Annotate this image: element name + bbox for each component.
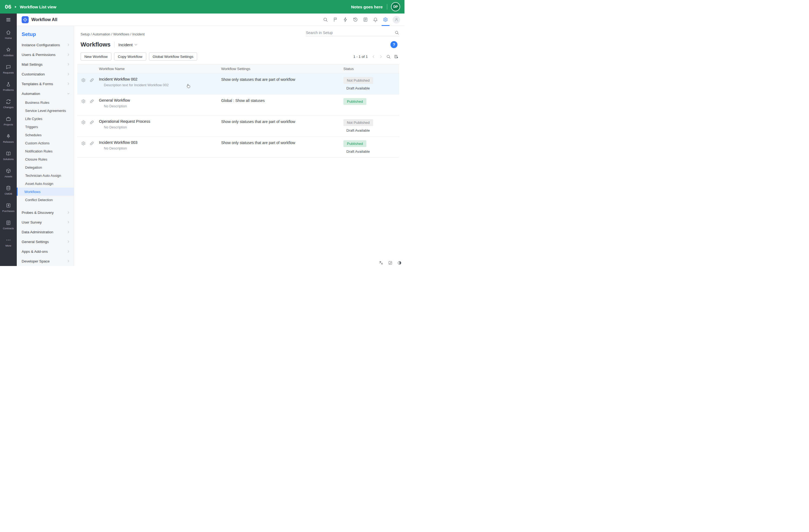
column-settings-icon[interactable] [394,54,398,59]
sidebar-item-automation[interactable]: Automation [17,89,74,98]
app-title: Workflow All [31,17,57,22]
breadcrumb[interactable]: Setup / Automation / Workflows / Inciden… [78,32,145,36]
rail-item-cmdb[interactable]: CMDB [0,182,17,199]
row-settings-gear-icon[interactable] [81,120,86,125]
rail-item-projects[interactable]: Projects [0,113,17,130]
row-link-icon[interactable] [89,141,94,146]
user-avatar[interactable]: DP [392,3,400,11]
notifications-button[interactable] [371,14,380,26]
feedback-note-icon [363,17,368,22]
sidebar-item-developer-space[interactable]: Developer Space [17,256,74,266]
rail-item-changes[interactable]: Changes [0,95,17,113]
workflow-name[interactable]: Incident Workflow 003 [99,140,221,144]
workflow-name-cell: Incident Workflow 003No Description [99,140,221,154]
sidebar-item-mail-settings[interactable]: Mail Settings [17,59,74,69]
rail-item-purchases[interactable]: Purchases [0,199,17,216]
sidebar-item-instance-configurations[interactable]: Instance Configurations [17,40,74,50]
rail-item-problems[interactable]: Problems [0,78,17,95]
quick-actions-button[interactable] [340,14,350,26]
header-search-button[interactable] [321,14,330,26]
workflow-settings-text: Show only statuses that are part of work… [221,77,343,91]
theme-toggle-icon[interactable] [397,261,402,265]
row-settings-gear-icon[interactable] [81,99,86,104]
language-icon[interactable] [379,261,383,265]
setup-search-field[interactable] [306,30,399,36]
workflows-table: Workflow NameWorkflow SettingsStatus Inc… [78,64,399,158]
rail-item-releases[interactable]: Releases [0,130,17,147]
help-button[interactable]: ? [391,41,397,48]
row-actions [78,98,99,112]
new-workflow-button[interactable]: New Workflow [81,52,111,61]
sidebar-item-customization[interactable]: Customization [17,69,74,79]
top-green-bar: 06 Workflow List view Notes goes here DP [0,0,404,14]
row-settings-gear-icon[interactable] [81,141,86,146]
sidebar-item-label: Instance Configurations [22,43,60,47]
row-link-icon[interactable] [89,120,94,125]
sidebar-item-delegation[interactable]: Delegation [17,163,74,171]
prev-page-button[interactable] [372,55,376,59]
setup-search-input[interactable] [306,31,395,35]
rail-item-more[interactable]: More [0,234,17,251]
row-link-icon[interactable] [89,99,94,104]
rail-item-contracts[interactable]: Contracts [0,216,17,234]
module-filter-dropdown[interactable]: Incident [118,42,138,47]
sidebar-item-general-settings[interactable]: General Settings [17,237,74,246]
chevron-right-icon [67,221,70,224]
feedback-note-button[interactable] [360,14,371,26]
setup-sidebar: Setup Instance ConfigurationsUsers & Per… [17,26,74,266]
search-icon[interactable] [395,30,399,35]
sidebar-item-users-permissions[interactable]: Users & Permissions [17,50,74,59]
table-search-icon[interactable] [386,54,391,59]
copy-workflow-button[interactable]: Copy Workflow [114,52,146,61]
next-page-button[interactable] [379,55,383,59]
sidebar-item-conflict-detection[interactable]: Conflict Detection [17,196,74,204]
rail-item-activities[interactable]: Activities [0,43,17,61]
table-row[interactable]: Incident Workflow 002Description text fo… [78,73,399,95]
rail-item-home[interactable]: Home [0,26,17,43]
notifications-icon [373,17,378,22]
rail-item-label: Releases [3,140,14,143]
feedback-compose-icon[interactable] [388,261,393,265]
row-actions [78,119,99,133]
table-row[interactable]: Operational Request ProcessNo Descriptio… [78,116,399,137]
rail-item-requests[interactable]: Requests [0,61,17,78]
global-workflow-settings-button[interactable]: Global Workflow Settings [149,52,197,61]
history-button[interactable] [350,14,360,26]
profile-avatar[interactable] [393,16,400,23]
announcements-button[interactable] [330,14,340,26]
sidebar-item-closure-rules[interactable]: Closure Rules [17,155,74,163]
settings-gear-button[interactable] [380,14,391,26]
sidebar-item-schedules[interactable]: Schedules [17,131,74,139]
app-logo-icon [22,16,29,23]
more-icon [6,237,11,243]
row-link-icon[interactable] [89,78,94,83]
sidebar-item-workflows[interactable]: Workflows [17,188,74,196]
sidebar-item-business-rules[interactable]: Business Rules [17,98,74,106]
status-badge: Published [343,98,366,105]
workflow-name[interactable]: Operational Request Process [99,119,221,123]
rail-item-solutions[interactable]: Solutions [0,147,17,164]
sidebar-item-asset-auto-assign[interactable]: Asset Auto Assign [17,179,74,188]
table-row[interactable]: General WorkflowNo DescriptionGlobal : S… [78,95,399,116]
chevron-right-icon [67,259,70,263]
row-settings-gear-icon[interactable] [81,78,86,83]
workflow-name[interactable]: Incident Workflow 002 [99,77,221,81]
sidebar-item-notification-rules[interactable]: Notification Rules [17,147,74,155]
sidebar-item-technician-auto-assign[interactable]: Technician Auto Assign [17,171,74,179]
sidebar-item-service-level-agreements[interactable]: Service Level Agreements [17,106,74,115]
sidebar-item-apps-add-ons[interactable]: Apps & Add-ons [17,246,74,256]
sidebar-item-probes-discovery[interactable]: Probes & Discovery [17,208,74,217]
page-title: Workflows [81,41,110,48]
chevron-right-icon [67,63,70,66]
menu-toggle-button[interactable] [0,14,17,26]
rail-item-assets[interactable]: Assets [0,164,17,182]
sidebar-item-life-cycles[interactable]: Life Cycles [17,115,74,123]
sidebar-item-templates-forms[interactable]: Templates & Forms [17,79,74,89]
sidebar-item-user-survey[interactable]: User Survey [17,217,74,227]
sidebar-item-custom-actions[interactable]: Custom Actions [17,139,74,147]
sidebar-item-triggers[interactable]: Triggers [17,123,74,131]
workflow-name[interactable]: General Workflow [99,98,221,102]
workflow-settings-text: Global : Show all statuses [221,98,343,112]
sidebar-item-data-administration[interactable]: Data Administration [17,227,74,237]
table-row[interactable]: Incident Workflow 003No DescriptionShow … [78,137,399,158]
